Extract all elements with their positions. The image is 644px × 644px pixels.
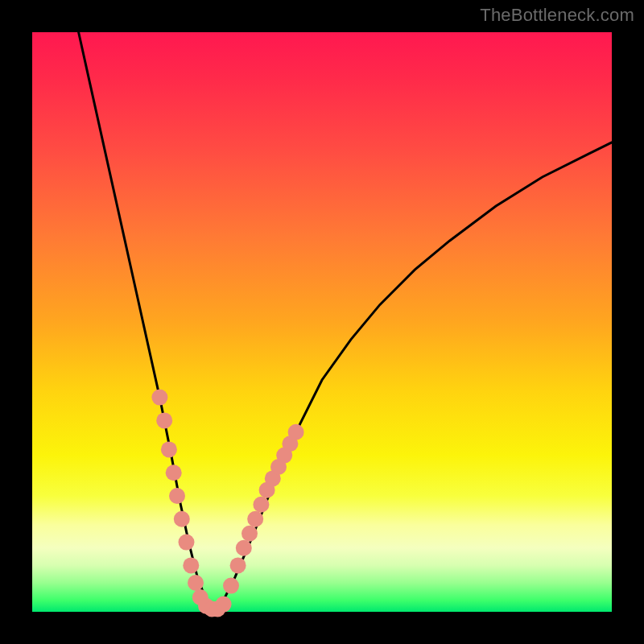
sample-point — [174, 511, 190, 527]
sample-point — [247, 511, 263, 527]
sample-point — [151, 390, 167, 406]
sample-point — [183, 557, 199, 573]
sample-point — [230, 557, 246, 573]
sample-point — [242, 526, 258, 542]
watermark-text: TheBottleneck.com — [480, 5, 634, 26]
sample-point — [166, 464, 182, 481]
sample-point — [156, 412, 172, 428]
chart-frame: TheBottleneck.com — [0, 0, 644, 644]
chart-svg — [32, 32, 612, 612]
sample-point — [188, 575, 204, 591]
sample-points-group — [151, 390, 303, 617]
sample-point — [253, 497, 269, 513]
sample-point — [288, 424, 304, 440]
sample-point — [179, 535, 195, 551]
plot-area — [32, 32, 612, 612]
sample-point — [161, 441, 177, 457]
sample-point — [169, 488, 185, 504]
bottleneck-curve — [79, 32, 612, 609]
sample-point — [236, 540, 252, 556]
sample-point — [223, 578, 239, 594]
sample-point — [216, 597, 232, 613]
